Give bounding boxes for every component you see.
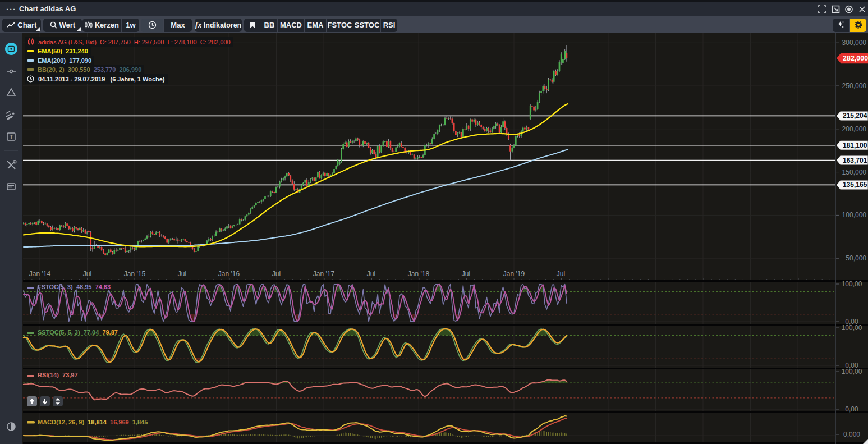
svg-text:100,000: 100,000 bbox=[842, 211, 867, 219]
svg-text:150,000: 150,000 bbox=[842, 168, 867, 176]
svg-text:Jul: Jul bbox=[462, 270, 470, 278]
svg-text:163,701: 163,701 bbox=[843, 157, 867, 164]
svg-text:100,00: 100,00 bbox=[842, 324, 862, 332]
svg-text:250,000: 250,000 bbox=[842, 82, 867, 90]
svg-text:0,000: 0,000 bbox=[843, 431, 860, 438]
svg-text:50,000: 50,000 bbox=[846, 254, 866, 262]
svg-text:300,000: 300,000 bbox=[842, 39, 867, 47]
svg-text:Jul: Jul bbox=[557, 270, 565, 278]
svg-text:215,204: 215,204 bbox=[843, 112, 867, 120]
svg-text:Jan '17: Jan '17 bbox=[313, 270, 335, 278]
svg-text:282,000: 282,000 bbox=[843, 54, 868, 62]
svg-text:Jul: Jul bbox=[178, 270, 186, 278]
svg-text:Jul: Jul bbox=[272, 270, 281, 278]
svg-text:100,00: 100,00 bbox=[842, 368, 862, 376]
svg-text:Jan '19: Jan '19 bbox=[503, 270, 525, 278]
svg-text:200,000: 200,000 bbox=[842, 125, 867, 133]
svg-text:Jan '16: Jan '16 bbox=[218, 270, 240, 278]
svg-text:181,100: 181,100 bbox=[843, 141, 867, 149]
svg-text:Jul: Jul bbox=[367, 270, 375, 278]
svg-text:100,00: 100,00 bbox=[842, 280, 862, 288]
svg-text:135,165: 135,165 bbox=[843, 181, 867, 189]
svg-text:Jan '15: Jan '15 bbox=[124, 270, 146, 278]
svg-text:0,00: 0,00 bbox=[845, 405, 858, 413]
svg-text:Jan '14: Jan '14 bbox=[29, 270, 51, 278]
svg-text:Jul: Jul bbox=[83, 270, 91, 278]
svg-text:Jan '18: Jan '18 bbox=[408, 270, 430, 278]
